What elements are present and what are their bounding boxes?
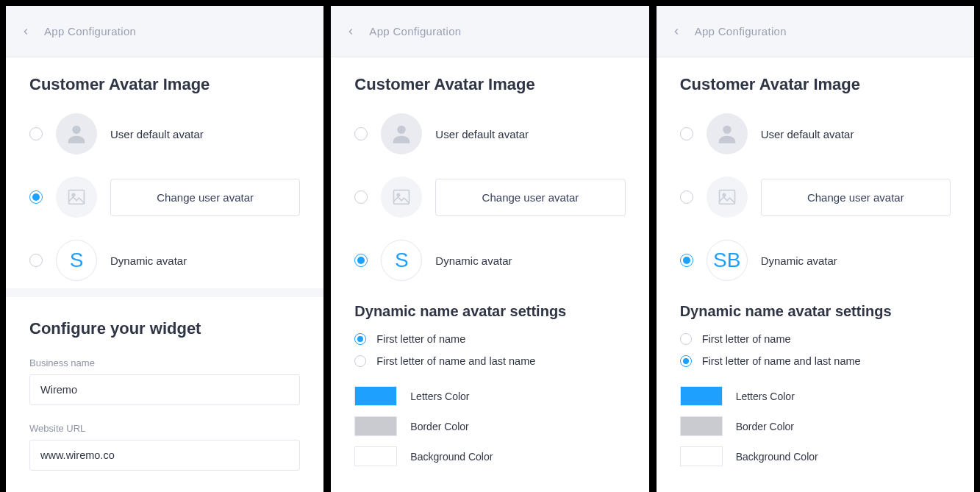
option-dynamic-avatar[interactable]: SB Dynamic avatar: [680, 240, 951, 281]
radio-first-last-letter[interactable]: [354, 355, 366, 367]
radio-change[interactable]: [354, 190, 368, 204]
letters-color-row: Letters Color: [680, 386, 951, 406]
svg-point-8: [723, 193, 726, 196]
bg-color-label: Background Color: [736, 451, 818, 463]
person-icon: [64, 121, 89, 146]
svg-rect-4: [394, 190, 409, 204]
border-color-swatch[interactable]: [680, 416, 723, 436]
option-dynamic-avatar[interactable]: S Dynamic avatar: [29, 240, 300, 281]
svg-point-5: [397, 193, 400, 196]
letters-color-row: Letters Color: [354, 386, 625, 406]
dynamic-letter: SB: [713, 249, 740, 272]
option-change-avatar[interactable]: Change user avatar: [29, 177, 300, 218]
option-default-label: User default avatar: [110, 128, 204, 140]
avatar-upload-preview: [56, 177, 97, 218]
option-dynamic-label: Dynamic avatar: [110, 254, 187, 267]
letters-color-label: Letters Color: [736, 391, 795, 402]
dynamic-settings-heading: Dynamic name avatar settings: [354, 303, 625, 320]
avatar-upload-preview: [707, 177, 748, 218]
option-change-avatar[interactable]: Change user avatar: [680, 177, 951, 218]
back-icon[interactable]: [346, 26, 356, 37]
svg-point-0: [72, 126, 80, 134]
option-first-letter[interactable]: First letter of name: [680, 333, 951, 345]
avatar-default-preview: [381, 113, 422, 154]
first-last-letter-label: First letter of name and last name: [376, 355, 535, 367]
dynamic-letter: S: [70, 249, 84, 272]
back-icon[interactable]: [671, 26, 682, 37]
letters-color-swatch[interactable]: [680, 386, 723, 406]
border-color-label: Border Color: [736, 421, 794, 432]
radio-default[interactable]: [354, 127, 368, 140]
option-default-avatar[interactable]: User default avatar: [354, 113, 625, 154]
widget-heading: Configure your widget: [29, 319, 300, 338]
image-icon: [717, 187, 737, 207]
image-icon: [391, 187, 412, 207]
radio-first-letter[interactable]: [680, 333, 692, 345]
radio-change[interactable]: [29, 190, 43, 204]
bg-color-swatch[interactable]: [354, 446, 397, 466]
change-avatar-button[interactable]: Change user avatar: [761, 179, 951, 216]
panel-1: App Configuration Customer Avatar Image …: [4, 4, 325, 492]
first-letter-label: First letter of name: [702, 333, 791, 345]
letters-color-swatch[interactable]: [354, 386, 397, 406]
first-letter-label: First letter of name: [376, 333, 465, 345]
avatar-dynamic-preview: S: [56, 240, 97, 281]
header: App Configuration: [657, 6, 974, 57]
border-color-swatch[interactable]: [354, 416, 397, 436]
person-icon: [389, 121, 414, 146]
breadcrumb[interactable]: App Configuration: [44, 25, 136, 38]
svg-point-6: [723, 126, 731, 134]
radio-first-last-letter[interactable]: [680, 355, 692, 367]
avatar-default-preview: [707, 113, 748, 154]
breadcrumb[interactable]: App Configuration: [695, 25, 787, 38]
bg-color-row: Background Color: [680, 446, 951, 466]
avatar-upload-preview: [381, 177, 422, 218]
option-first-last-letter[interactable]: First letter of name and last name: [680, 355, 951, 367]
svg-rect-7: [719, 190, 734, 204]
panel-3: App Configuration Customer Avatar Image …: [655, 4, 976, 492]
option-dynamic-label: Dynamic avatar: [761, 254, 837, 267]
option-default-label: User default avatar: [435, 128, 529, 140]
radio-default[interactable]: [29, 127, 43, 140]
business-name-input[interactable]: [29, 374, 300, 405]
svg-rect-1: [69, 190, 85, 204]
panel-2: App Configuration Customer Avatar Image …: [329, 4, 650, 492]
svg-point-2: [72, 193, 75, 196]
svg-point-3: [398, 126, 406, 134]
back-icon[interactable]: [21, 26, 31, 37]
option-default-avatar[interactable]: User default avatar: [29, 113, 300, 154]
radio-dynamic[interactable]: [680, 254, 693, 267]
option-dynamic-avatar[interactable]: S Dynamic avatar: [354, 240, 625, 281]
website-url-input[interactable]: [29, 440, 300, 471]
business-name-label: Business name: [29, 357, 300, 368]
header: App Configuration: [331, 6, 648, 57]
separator: [6, 288, 323, 297]
border-color-label: Border Color: [410, 421, 468, 432]
radio-dynamic[interactable]: [354, 254, 368, 267]
avatar-heading: Customer Avatar Image: [680, 75, 951, 94]
first-last-letter-label: First letter of name and last name: [702, 355, 861, 367]
avatar-dynamic-preview: S: [381, 240, 422, 281]
option-first-letter[interactable]: First letter of name: [354, 333, 625, 345]
breadcrumb[interactable]: App Configuration: [369, 25, 461, 38]
bg-color-swatch[interactable]: [680, 446, 723, 466]
image-icon: [66, 187, 87, 207]
bg-color-row: Background Color: [354, 446, 625, 466]
border-color-row: Border Color: [680, 416, 951, 436]
change-avatar-button[interactable]: Change user avatar: [435, 179, 625, 216]
bg-color-label: Background Color: [410, 451, 493, 463]
radio-first-letter[interactable]: [354, 333, 366, 345]
letters-color-label: Letters Color: [410, 391, 469, 402]
option-change-avatar[interactable]: Change user avatar: [354, 177, 625, 218]
change-avatar-button[interactable]: Change user avatar: [110, 179, 300, 216]
option-dynamic-label: Dynamic avatar: [435, 254, 512, 267]
header: App Configuration: [6, 6, 323, 57]
radio-default[interactable]: [680, 127, 693, 140]
option-default-avatar[interactable]: User default avatar: [680, 113, 951, 154]
avatar-heading: Customer Avatar Image: [354, 75, 625, 94]
dynamic-letter: S: [395, 249, 409, 272]
dynamic-settings-heading: Dynamic name avatar settings: [680, 303, 951, 320]
option-first-last-letter[interactable]: First letter of name and last name: [354, 355, 625, 367]
radio-dynamic[interactable]: [29, 254, 43, 267]
radio-change[interactable]: [680, 190, 693, 204]
